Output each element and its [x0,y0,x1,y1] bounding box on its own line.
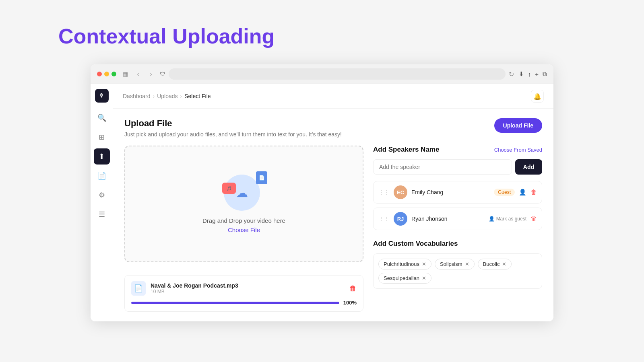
choose-file-link[interactable]: Choose File [228,226,260,233]
vocab-tag-remove-3[interactable]: ✕ [422,275,426,281]
notifications-bell-button[interactable]: 🔔 [531,90,544,103]
vocab-tag-remove-2[interactable]: ✕ [502,261,506,267]
speaker-row-ryan: ⋮⋮ RJ Ryan Jhonson 👤 Mark as guest 🗑 [373,208,542,230]
browser-bar: ▦ ‹ › 🛡 ↻ ⬇ ↑ + ⧉ [91,64,553,84]
upload-file-button[interactable]: Upload File [494,118,542,133]
file-size: 10 MB [151,289,345,294]
browser-dots [97,72,116,76]
file-info: Naval & Joe Rogan Podcast.mp3 10 MB [151,282,345,294]
file-name: Naval & Joe Rogan Podcast.mp3 [151,282,345,289]
browser-actions: ⬇ ↑ + ⧉ [519,70,547,78]
drag-handle-emily[interactable]: ⋮⋮ [378,189,390,195]
right-panel: Add Speakers Name Choose From Saved Add … [373,146,542,312]
speaker-avatar-ryan: RJ [394,212,407,226]
upload-title: Upload File [124,118,342,129]
forward-icon[interactable]: › [147,70,155,78]
delete-speaker-emily-button[interactable]: 🗑 [530,189,537,196]
mark-as-guest-button[interactable]: 👤 Mark as guest [489,216,526,222]
url-bar: 🛡 ↻ [160,68,514,80]
speaker-person-icon-emily[interactable]: 👤 [519,189,526,196]
minimize-dot[interactable] [104,72,109,76]
share-icon[interactable]: ↑ [528,71,531,78]
person-add-icon: 👤 [489,216,495,222]
breadcrumb-current: Select File [184,93,211,99]
speaker-name-emily: Emily Chang [411,189,490,195]
speaker-name-ryan: Ryan Jhonson [411,216,485,222]
maximize-dot[interactable] [111,72,116,76]
sidebar-item-menu[interactable]: ☰ [94,206,110,222]
drop-text: Drag and Drop your video here [202,217,285,224]
main-content: Dashboard › Uploads › Select File 🔔 Uplo… [113,84,553,321]
speakers-section-header: Add Speakers Name Choose From Saved [373,146,542,154]
vocab-section-title: Add Custom Vocabularies [373,240,458,248]
vocab-tag-1: Solipsism ✕ [435,259,475,269]
speaker-avatar-emily: EC [394,185,407,199]
speaker-row-emily: ⋮⋮ EC Emily Chang Guest 👤 🗑 [373,181,542,204]
downloads-icon[interactable]: ⬇ [519,70,524,78]
vocab-tag-3: Sesquipedalian ✕ [378,273,431,284]
breadcrumb-uploads[interactable]: Uploads [157,93,178,99]
vocab-tag-2: Bucolic ✕ [478,259,512,269]
upload-description: Just pick and upload your audio files, a… [124,131,342,138]
new-tab-icon[interactable]: + [535,71,539,78]
browser-window: ▦ ‹ › 🛡 ↻ ⬇ ↑ + ⧉ 🎙 🔍 ⊞ ⬆ 📄 [91,64,553,321]
vocab-section: Add Custom Vocabularies Pulchritudinous … [373,240,542,289]
delete-speaker-ryan-button[interactable]: 🗑 [530,215,537,222]
sidebar-item-upload[interactable]: ⬆ [94,148,110,165]
progress-bar-background [131,302,339,304]
sidebar-toggle-icon[interactable]: ▦ [121,70,129,78]
upload-header-text: Upload File Just pick and upload your au… [124,118,342,138]
page-title: Contextual Uploading [58,24,275,48]
vocab-section-header: Add Custom Vocabularies [373,240,542,248]
sidebar-item-settings[interactable]: ⚙ [94,187,110,203]
vocab-tag-0: Pulchritudinous ✕ [378,259,431,269]
breadcrumb-sep-1: › [153,93,155,99]
speaker-input-row: Add [373,159,542,175]
sidebar-item-search[interactable]: 🔍 [94,110,110,126]
breadcrumb-dashboard[interactable]: Dashboard [123,93,151,99]
breadcrumb-bar: Dashboard › Uploads › Select File 🔔 [113,84,553,109]
url-input[interactable] [169,68,506,80]
back-icon[interactable]: ‹ [134,70,142,78]
breadcrumb-sep-2: › [180,93,182,99]
speakers-section-title: Add Speakers Name [373,146,439,154]
close-dot[interactable] [97,72,102,76]
add-speaker-button[interactable]: Add [515,159,542,175]
page-content: Upload File Just pick and upload your au… [113,109,553,321]
page-header: Upload File Just pick and upload your au… [124,118,542,138]
file-doc-icon: 📄 [131,281,146,296]
speaker-name-input[interactable] [373,159,512,175]
progress-bar-fill [131,302,339,304]
file-item: 📄 Naval & Joe Rogan Podcast.mp3 10 MB 🗑 [124,275,363,312]
drop-illustration: ☁ 📄 🎵 [224,175,264,211]
sidebar: 🎙 🔍 ⊞ ⬆ 📄 ⚙ ☰ [91,84,113,321]
shield-icon: 🛡 [160,71,165,77]
drop-zone[interactable]: ☁ 📄 🎵 Drag and Drop your video here Choo… [124,146,363,262]
vocab-tags-container: Pulchritudinous ✕ Solipsism ✕ Bucolic [373,253,542,289]
guest-badge-emily: Guest [494,189,515,196]
sidebar-item-documents[interactable]: 📄 [94,168,110,184]
reload-icon[interactable]: ↻ [509,70,514,78]
left-panel: ☁ 📄 🎵 Drag and Drop your video here Choo… [124,146,363,312]
audio-icon: 🎵 [222,183,236,194]
progress-bar-wrap: 100% [131,300,357,306]
file-item-header: 📄 Naval & Joe Rogan Podcast.mp3 10 MB 🗑 [131,281,357,296]
progress-percentage: 100% [343,300,357,306]
breadcrumb: Dashboard › Uploads › Select File [123,93,211,99]
drag-handle-ryan[interactable]: ⋮⋮ [378,216,390,222]
two-col-layout: ☁ 📄 🎵 Drag and Drop your video here Choo… [124,146,542,312]
copy-tab-icon[interactable]: ⧉ [543,70,547,78]
vocab-tag-remove-0[interactable]: ✕ [422,261,426,267]
app-layout: 🎙 🔍 ⊞ ⬆ 📄 ⚙ ☰ Dashboard › Uploads › Se [91,84,553,321]
vocab-tag-remove-1[interactable]: ✕ [465,261,469,267]
sidebar-item-grid[interactable]: ⊞ [94,129,110,145]
sidebar-logo: 🎙 [95,89,109,103]
file-delete-button[interactable]: 🗑 [349,284,357,293]
choose-from-saved-link[interactable]: Choose From Saved [494,147,542,153]
document-icon: 📄 [256,171,267,184]
